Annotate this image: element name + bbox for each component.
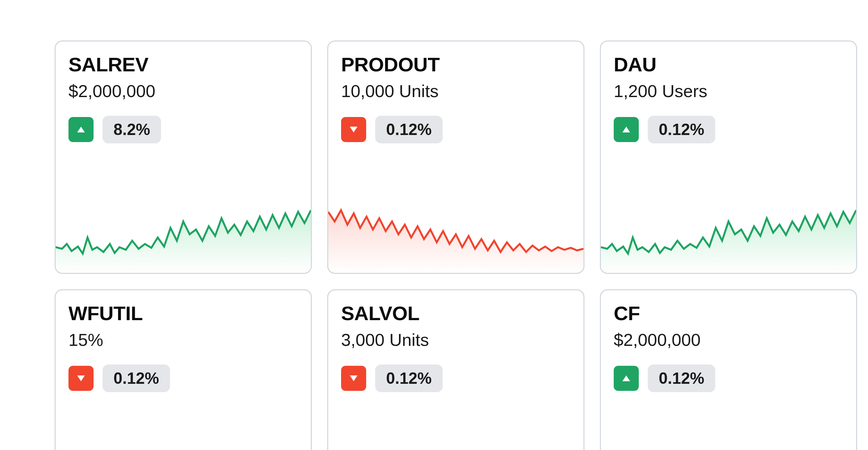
trend-down-icon [341,117,366,142]
sparkline [56,199,311,273]
kpi-delta: 0.12% [68,364,298,392]
kpi-value: 1,200 Users [614,81,843,101]
kpi-card-prodout[interactable]: PRODOUT 10,000 Units 0.12% [327,40,585,274]
kpi-delta: 0.12% [614,364,843,392]
kpi-value: $2,000,000 [68,81,298,101]
kpi-pct: 0.12% [375,364,443,392]
kpi-pct: 0.12% [648,116,715,143]
sparkline [601,199,856,273]
kpi-pct: 0.12% [102,364,170,392]
kpi-delta: 0.12% [341,116,570,143]
kpi-card-wfutil[interactable]: WFUTIL 15% 0.12% [55,289,312,450]
kpi-delta: 8.2% [68,116,298,143]
kpi-card-dau[interactable]: DAU 1,200 Users 0.12% [600,40,857,274]
kpi-title: SALREV [68,53,298,76]
kpi-delta: 0.12% [341,364,570,392]
kpi-title: PRODOUT [341,53,570,76]
kpi-title: WFUTIL [68,302,298,325]
trend-up-icon [68,117,94,142]
trend-down-icon [68,366,94,391]
kpi-title: SALVOL [341,302,570,325]
kpi-value: 3,000 Units [341,330,570,350]
kpi-card-salrev[interactable]: SALREV $2,000,000 8.2% [55,40,312,274]
kpi-card-cf[interactable]: CF $2,000,000 0.12% [600,289,857,450]
kpi-value: 15% [68,330,298,350]
sparkline [328,199,584,273]
kpi-value: 10,000 Units [341,81,570,101]
kpi-title: DAU [614,53,843,76]
kpi-title: CF [614,302,843,325]
kpi-value: $2,000,000 [614,330,843,350]
kpi-pct: 0.12% [648,364,715,392]
trend-up-icon [614,117,639,142]
kpi-card-salvol[interactable]: SALVOL 3,000 Units 0.12% [327,289,585,450]
kpi-delta: 0.12% [614,116,843,143]
trend-down-icon [341,366,366,391]
kpi-pct: 0.12% [375,116,443,143]
kpi-pct: 8.2% [102,116,161,143]
kpi-grid: SALREV $2,000,000 8.2% PRODOUT 10,000 Un… [0,0,868,450]
trend-up-icon [614,366,639,391]
